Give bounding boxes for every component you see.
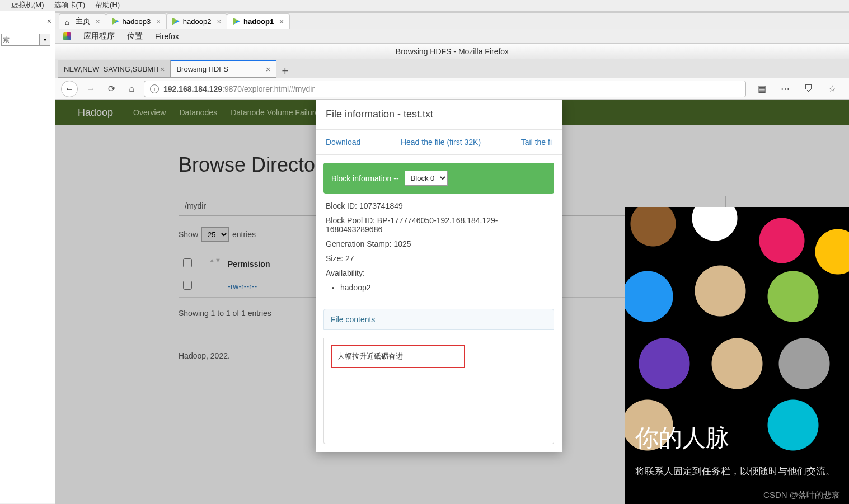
page-content: Hadoop Overview Datanodes Datanode Volum…: [55, 100, 849, 504]
play-icon: [172, 18, 180, 25]
menu-tabs[interactable]: 选项卡(T): [54, 0, 86, 10]
vm-tab-hadoop1[interactable]: hadoop1 ×: [227, 13, 290, 29]
windows-people-popup: 你的人脉 将联系人固定到任务栏，以便随时与他们交流。 开始: [625, 207, 849, 504]
highlighted-content: 大幅拉升近砥砺奋进: [331, 345, 465, 368]
block-info-bar: Block information -- Block 0: [323, 163, 554, 194]
reload-button[interactable]: ⟳: [104, 83, 119, 94]
vm-left-panel: × ▾: [0, 11, 55, 503]
pocket-icon[interactable]: ⛉: [801, 84, 817, 94]
forward-button: →: [82, 81, 99, 97]
generation-stamp: Generation Stamp: 1025: [326, 239, 552, 248]
watermark: CSDN @落叶的悲哀: [763, 490, 840, 501]
gnome-places[interactable]: 位置: [127, 31, 143, 41]
url-bar[interactable]: i 192.168.184.129:9870/explorer.html#/my…: [144, 81, 746, 97]
vm-tab-strip: ⌂ 主页 × hadoop3 × hadoop2 × hadoop1 ×: [55, 12, 849, 29]
block-info-label: Block information --: [331, 174, 399, 183]
close-icon[interactable]: ×: [156, 17, 161, 26]
vm-tab-hadoop3[interactable]: hadoop3 ×: [106, 13, 167, 29]
firefox-tab-strip: NEW,NEW_SAVING,SUBMIT × Browsing HDFS × …: [55, 59, 849, 78]
back-button[interactable]: ←: [61, 81, 78, 97]
availability-node: hadoop2: [340, 283, 552, 292]
file-contents-header: File contents: [323, 309, 554, 330]
home-icon: ⌂: [65, 18, 72, 25]
firefox-tab[interactable]: Browsing HDFS ×: [170, 60, 276, 78]
close-icon[interactable]: ×: [96, 17, 100, 26]
info-icon[interactable]: i: [150, 84, 159, 93]
new-tab-button[interactable]: +: [276, 65, 294, 78]
file-info-modal: File information - test.txt Download Hea…: [316, 100, 562, 452]
more-icon[interactable]: ⋯: [777, 83, 793, 94]
download-link[interactable]: Download: [326, 138, 360, 147]
close-icon[interactable]: ×: [266, 64, 271, 74]
menu-help[interactable]: 帮助(H): [95, 0, 120, 10]
tab-label: Browsing HDFS: [176, 65, 228, 73]
menu-vm[interactable]: 虚拟机(M): [11, 0, 44, 10]
reader-icon[interactable]: ▤: [754, 83, 770, 94]
tab-label: NEW,NEW_SAVING,SUBMIT: [64, 65, 160, 73]
activities-icon: [63, 32, 71, 40]
play-icon: [112, 18, 119, 25]
vm-search-dropdown[interactable]: ▾: [39, 34, 50, 46]
window-title: Browsing HDFS - Mozilla Firefox: [55, 44, 849, 59]
vm-tab-home[interactable]: ⌂ 主页 ×: [59, 13, 106, 29]
block-select[interactable]: Block 0: [405, 171, 448, 186]
close-icon[interactable]: ×: [217, 17, 221, 26]
gnome-firefox[interactable]: Firefox: [155, 32, 179, 41]
gnome-top-bar: 应用程序 位置 Firefox: [55, 29, 849, 44]
close-icon[interactable]: ×: [160, 64, 165, 74]
bookmark-icon[interactable]: ☆: [824, 83, 840, 94]
block-details: Block ID: 1073741849 Block Pool ID: BP-1…: [316, 201, 562, 301]
vm-tab-label: 主页: [76, 16, 90, 26]
availability-label: Availability:: [326, 269, 552, 277]
home-button[interactable]: ⌂: [124, 84, 139, 94]
block-pool-id: Block Pool ID: BP-1777746050-192.168.184…: [326, 216, 552, 234]
block-id: Block ID: 1073741849: [326, 201, 552, 210]
tail-file-link[interactable]: Tail the fi: [521, 138, 552, 147]
close-icon[interactable]: ×: [279, 17, 284, 26]
vm-top-menu: 虚拟机(M) 选项卡(T) 帮助(H): [0, 0, 849, 11]
play-icon: [233, 18, 240, 25]
popup-title: 你的人脉: [635, 422, 839, 454]
head-file-link[interactable]: Head the file (first 32K): [401, 138, 481, 147]
file-contents-box: 大幅拉升近砥砺奋进: [323, 338, 554, 444]
url-host: 192.168.184.129:9870/explorer.html#/mydi…: [163, 84, 315, 93]
firefox-tab[interactable]: NEW,NEW_SAVING,SUBMIT ×: [58, 60, 171, 78]
vm-tab-label: hadoop3: [123, 17, 151, 26]
close-icon[interactable]: ×: [47, 17, 51, 26]
modal-title: File information - test.txt: [316, 100, 562, 130]
vm-tab-hadoop2[interactable]: hadoop2 ×: [166, 13, 227, 29]
block-size: Size: 27: [326, 254, 552, 263]
vm-tab-label: hadoop2: [183, 17, 212, 26]
popup-description: 将联系人固定到任务栏，以便随时与他们交流。: [635, 464, 839, 479]
gnome-applications[interactable]: 应用程序: [83, 31, 115, 41]
firefox-toolbar: ← → ⟳ ⌂ i 192.168.184.129:9870/explorer.…: [55, 78, 849, 100]
vm-tab-label: hadoop1: [243, 17, 274, 26]
